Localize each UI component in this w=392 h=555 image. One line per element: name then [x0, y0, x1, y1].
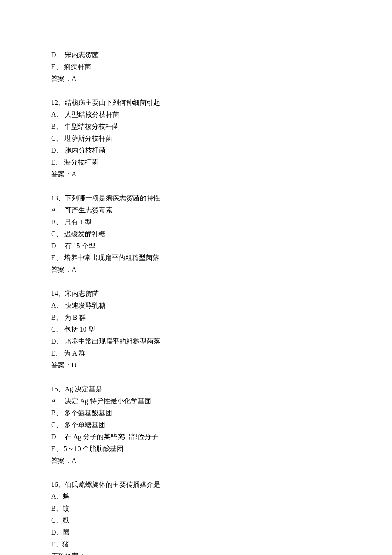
- option-row: D、 胞内分枝杆菌: [51, 145, 341, 156]
- option-label: B、: [51, 123, 63, 130]
- option-text: 海分枝杆菌: [64, 159, 98, 166]
- option-label: E、: [51, 350, 62, 357]
- option-row: C、 堪萨斯分枝杆菌: [51, 133, 341, 145]
- question-stem: 14、宋内志贺菌: [51, 288, 341, 300]
- option-row: A、蜱: [51, 491, 341, 503]
- option-text: 多个氨基酸基团: [64, 409, 112, 416]
- option-label: E、: [51, 541, 62, 548]
- option-label: C、: [51, 421, 63, 428]
- option-row: C、虱: [51, 515, 341, 526]
- option-row: D、 在 Ag 分子的某些突出部位分子: [51, 431, 341, 443]
- option-label: B、: [51, 505, 63, 512]
- option-label: B、: [51, 314, 63, 321]
- option-text: 为 A 群: [64, 350, 86, 357]
- option-label: D、: [51, 338, 63, 345]
- question-number: 16、: [51, 481, 65, 488]
- option-text: 在 Ag 分子的某些突出部位分子: [65, 433, 159, 440]
- option-text: 包括 10 型: [64, 326, 95, 333]
- option-label: E、: [51, 159, 62, 166]
- question-block: 14、宋内志贺菌 A、 快速发酵乳糖 B、 为 B 群 C、 包括 10 型 D…: [51, 288, 341, 371]
- question-text: Ag 决定基是: [65, 385, 102, 393]
- option-label: E、: [51, 445, 62, 452]
- document-page: D、 宋内志贺菌 E、 痢疾杆菌 答案：A 12、结核病主要由下列何种细菌引起 …: [0, 0, 392, 555]
- question-text: 伯氏疏螺旋体的主要传播媒介是: [65, 481, 160, 488]
- option-text: 决定 Ag 特异性最小化学基团: [65, 397, 152, 405]
- question-text: 下列哪一项是痢疾志贺菌的特性: [65, 194, 160, 202]
- option-row: A、 可产生志贺毒素: [51, 204, 341, 216]
- option-label: D、: [51, 51, 63, 58]
- option-row: A、 决定 Ag 特异性最小化学基团: [51, 395, 341, 407]
- option-row: B、蚊: [51, 503, 341, 515]
- question-text: 宋内志贺菌: [65, 290, 99, 297]
- question-stem: 15、Ag 决定基是: [51, 383, 341, 395]
- option-text: 堪萨斯分枝杆菌: [64, 135, 112, 142]
- option-label: A、: [51, 302, 63, 309]
- question-block: 16、伯氏疏螺旋体的主要传播媒介是 A、蜱 B、蚊 C、虱 D、鼠 E、猪 正确…: [51, 479, 341, 555]
- option-label: D、: [51, 529, 63, 536]
- answer-line: 答案：D: [51, 359, 341, 371]
- option-text: 可产生志贺毒素: [65, 206, 112, 214]
- option-row: E、猪: [51, 538, 341, 550]
- option-label: C、: [51, 135, 63, 142]
- option-row: D、 有 15 个型: [51, 240, 341, 252]
- leading-fragment: D、 宋内志贺菌 E、 痢疾杆菌 答案：A: [51, 49, 341, 85]
- option-text: 痢疾杆菌: [64, 63, 91, 70]
- option-row: A、 快速发酵乳糖: [51, 300, 341, 312]
- option-label: A、: [51, 111, 63, 118]
- option-label: D、: [51, 147, 63, 154]
- answer-line: 答案：A: [51, 264, 341, 276]
- option-text: 蜱: [63, 493, 70, 500]
- option-row: E、 海分枝杆菌: [51, 156, 341, 168]
- option-text: 鼠: [63, 529, 70, 536]
- question-number: 14、: [51, 290, 65, 297]
- option-row: E、 培养中常出现扁平的粗糙型菌落: [51, 252, 341, 264]
- question-text: 结核病主要由下列何种细菌引起: [65, 99, 160, 106]
- option-text: 培养中常出现扁平的粗糙型菌落: [65, 338, 160, 345]
- option-text: 宋内志贺菌: [65, 51, 99, 58]
- option-row: B、 为 B 群: [51, 312, 341, 324]
- answer-line: 正确答案 A: [51, 550, 341, 555]
- option-label: B、: [51, 218, 63, 225]
- option-label: C、: [51, 230, 63, 237]
- option-row: D、 培养中常出现扁平的粗糙型菌落: [51, 335, 341, 347]
- option-row: E、 5～10 个脂肪酸基团: [51, 443, 341, 455]
- option-label: D、: [51, 242, 63, 249]
- option-label: A、: [51, 206, 63, 214]
- option-text: 快速发酵乳糖: [65, 302, 106, 309]
- question-block: 12、结核病主要由下列何种细菌引起 A、 人型结核分枝杆菌 B、 牛型结核分枝杆…: [51, 97, 341, 180]
- option-label: E、: [51, 254, 62, 261]
- option-label: B、: [51, 409, 63, 416]
- option-text: 蚊: [63, 505, 69, 512]
- answer-line: 答案：A: [51, 73, 341, 85]
- question-stem: 12、结核病主要由下列何种细菌引起: [51, 97, 341, 109]
- option-text: 猪: [62, 541, 69, 548]
- option-text: 有 15 个型: [65, 242, 95, 249]
- option-text: 胞内分枝杆菌: [65, 147, 106, 154]
- option-text: 只有 1 型: [64, 218, 92, 225]
- answer-line: 答案：A: [51, 455, 341, 467]
- option-row: E、 痢疾杆菌: [51, 61, 341, 73]
- question-block: 15、Ag 决定基是 A、 决定 Ag 特异性最小化学基团 B、 多个氨基酸基团…: [51, 383, 341, 467]
- question-number: 15、: [51, 385, 65, 393]
- question-number: 13、: [51, 194, 65, 202]
- question-stem: 13、下列哪一项是痢疾志贺菌的特性: [51, 192, 341, 204]
- option-row: C、 多个单糖基团: [51, 419, 341, 431]
- option-row: C、 迟缓发酵乳糖: [51, 228, 341, 240]
- option-label: E、: [51, 63, 62, 70]
- option-text: 人型结核分枝杆菌: [65, 111, 119, 118]
- option-label: A、: [51, 397, 63, 405]
- option-text: 多个单糖基团: [64, 421, 105, 428]
- option-text: 虱: [63, 517, 69, 524]
- option-row: A、 人型结核分枝杆菌: [51, 109, 341, 121]
- option-label: D、: [51, 433, 63, 440]
- option-text: 牛型结核分枝杆菌: [64, 123, 119, 130]
- option-row: B、 只有 1 型: [51, 216, 341, 228]
- option-row: B、 多个氨基酸基团: [51, 407, 341, 419]
- option-text: 为 B 群: [64, 314, 86, 321]
- option-text: 培养中常出现扁平的粗糙型菌落: [64, 254, 159, 261]
- option-text: 5～10 个脂肪酸基团: [64, 445, 124, 452]
- question-number: 12、: [51, 99, 65, 106]
- option-row: E、 为 A 群: [51, 347, 341, 359]
- question-stem: 16、伯氏疏螺旋体的主要传播媒介是: [51, 479, 341, 491]
- option-row: B、 牛型结核分枝杆菌: [51, 121, 341, 133]
